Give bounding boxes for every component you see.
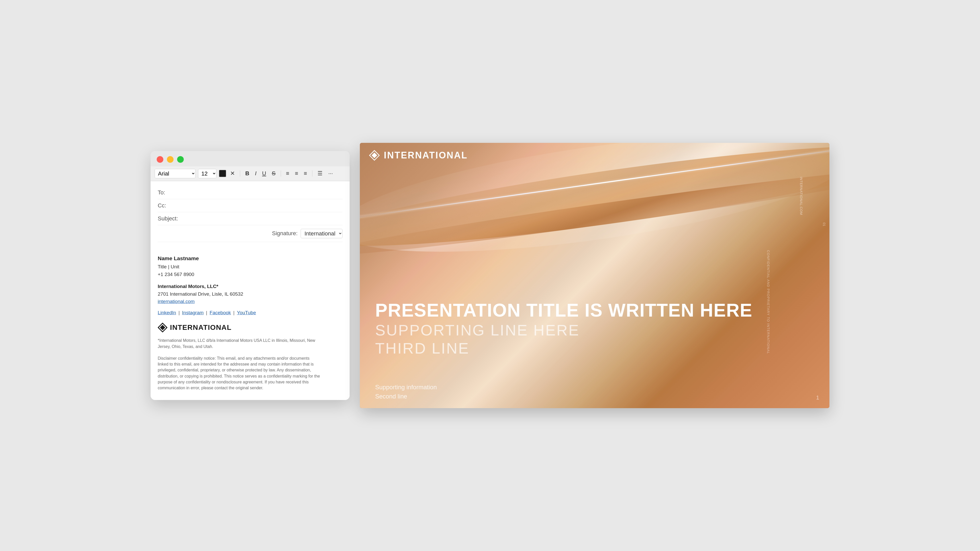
slide-subtitle: SUPPORTING LINE HERE: [375, 321, 752, 339]
sig-logo-area: INTERNATIONAL: [158, 322, 342, 333]
slide-main-text-area: PRESENTATION TITLE IS WRITTEN HERE SUPPO…: [375, 300, 752, 357]
sig-name: Name Lastname: [158, 254, 342, 263]
svg-marker-3: [372, 152, 377, 158]
window-titlebar: [151, 151, 350, 166]
toolbar-divider2: [281, 170, 281, 176]
slide-diamond-icon: [369, 150, 380, 161]
sig-address: 2701 International Drive, Lisle, IL 6053…: [158, 290, 342, 298]
slide-supporting-1: Supporting information: [375, 383, 437, 392]
social-sep3: |: [233, 310, 236, 315]
instagram-link[interactable]: Instagram: [182, 310, 204, 315]
cc-input[interactable]: [183, 202, 342, 209]
slide-logo-text: INTERNATIONAL: [384, 150, 468, 161]
to-field-row: To:: [158, 186, 342, 199]
align-left-button[interactable]: ≡: [285, 170, 291, 177]
sig-social-links: LinkedIn | Instagram | Facebook | YouTub…: [158, 309, 342, 316]
social-sep1: |: [178, 310, 181, 315]
list-button[interactable]: ☰: [316, 170, 324, 177]
align-right-button[interactable]: ≡: [302, 170, 309, 177]
font-color-picker[interactable]: [219, 170, 226, 177]
cc-field-row: Cc:: [158, 199, 342, 212]
compose-area: To: Cc: Subject: Signature: Internationa…: [151, 181, 350, 247]
window-minimize-button[interactable]: [167, 156, 173, 163]
signature-label: Signature:: [272, 230, 298, 237]
window-maximize-button[interactable]: [177, 156, 184, 163]
slide-number-vertical: 01: [822, 222, 826, 226]
slide-title: PRESENTATION TITLE IS WRITTEN HERE: [375, 300, 752, 321]
slide-supporting-2: Second line: [375, 392, 437, 401]
window-close-button[interactable]: [157, 156, 163, 163]
intl-logo-small: INTERNATIONAL: [158, 322, 231, 333]
sig-company: International Motors, LLC*: [158, 283, 342, 290]
social-sep2: |: [206, 310, 208, 315]
subject-input[interactable]: [183, 215, 342, 222]
font-selector[interactable]: Arial: [155, 169, 196, 178]
strikethrough-button[interactable]: S: [270, 170, 277, 177]
slide-third-line: THIRD LINE: [375, 340, 752, 357]
email-window: Arial 12 ✕ B I U S ≡ ≡ ≡ ☰ ··· To: Cc: S…: [151, 151, 350, 400]
intl-logo-text-small: INTERNATIONAL: [170, 322, 231, 333]
slide-bottom-info: Supporting information Second line: [375, 383, 437, 401]
signature-preview: Name Lastname Title | Unit +1 234 567 89…: [151, 247, 350, 400]
slide-window: INTERNATIONAL INTERNATIONAL.COM CONFIDEN…: [360, 143, 829, 408]
slide-logo: INTERNATIONAL: [369, 150, 468, 161]
sig-website-link[interactable]: international.com: [158, 298, 342, 305]
to-input[interactable]: [183, 189, 342, 196]
bold-button[interactable]: B: [244, 170, 251, 177]
slide-url-vertical: INTERNATIONAL.COM: [799, 177, 803, 215]
facebook-link[interactable]: Facebook: [210, 310, 231, 315]
sig-phone: +1 234 567 8900: [158, 271, 342, 278]
signature-row: Signature: International: [158, 225, 342, 242]
slide-page-number: 1: [816, 394, 819, 401]
italic-button[interactable]: I: [253, 170, 258, 177]
subject-label: Subject:: [158, 215, 183, 222]
underline-button[interactable]: U: [261, 170, 268, 177]
sig-title: Title | Unit: [158, 263, 342, 270]
youtube-link[interactable]: YouTube: [237, 310, 256, 315]
clear-format-button[interactable]: ✕: [229, 170, 236, 177]
toolbar-divider3: [312, 170, 312, 176]
signature-selector[interactable]: International: [301, 229, 342, 238]
svg-marker-1: [160, 325, 165, 330]
more-options-button[interactable]: ···: [327, 170, 334, 177]
email-toolbar: Arial 12 ✕ B I U S ≡ ≡ ≡ ☰ ···: [151, 166, 350, 181]
to-label: To:: [158, 189, 183, 196]
subject-field-row: Subject:: [158, 212, 342, 225]
diamond-icon: [158, 323, 167, 332]
sig-disclaimer: *International Motors, LLC d/b/a Interna…: [158, 338, 321, 391]
align-center-button[interactable]: ≡: [293, 170, 300, 177]
slide-confidential-text: CONFIDENTIAL AND PROPRIETARY TO INTERNAT…: [767, 250, 770, 354]
font-size-selector[interactable]: 12: [198, 169, 216, 178]
slide-background: [360, 143, 829, 408]
linkedin-link[interactable]: LinkedIn: [158, 310, 176, 315]
cc-label: Cc:: [158, 202, 183, 209]
